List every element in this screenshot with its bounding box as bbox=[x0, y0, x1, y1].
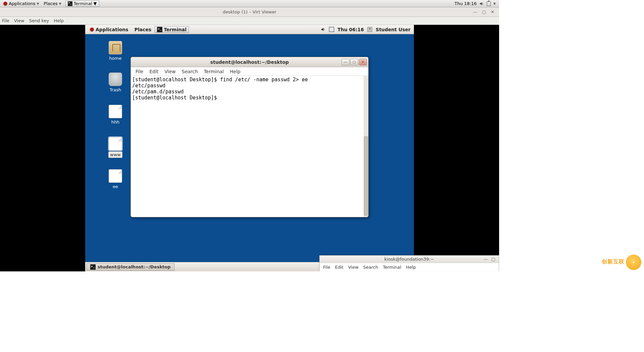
term-line: [student@localhost Desktop]$ bbox=[132, 95, 220, 101]
guest-terminal-window-button[interactable]: Terminal bbox=[155, 26, 189, 33]
guest-terminal-titlebar[interactable]: student@localhost:~/Desktop — ▢ ✕ bbox=[131, 57, 368, 67]
hterm-menu-file[interactable]: File bbox=[323, 265, 330, 270]
guest-terminal-task-label: Terminal bbox=[164, 27, 186, 32]
host-terminal-task[interactable]: Terminal ▼ bbox=[65, 1, 99, 7]
desktop-icon-hhh[interactable]: hhh bbox=[104, 105, 127, 125]
hterm-menu-terminal[interactable]: Terminal bbox=[383, 265, 401, 270]
hterm-menu-view[interactable]: View bbox=[348, 265, 359, 270]
redhat-icon bbox=[90, 28, 94, 32]
host-places-label: Places bbox=[44, 1, 57, 6]
host-terminal-window[interactable]: kiosk@foundation39:~ — ▢ File Edit View … bbox=[319, 255, 499, 271]
guest-terminal-menubar: File Edit View Search Terminal Help bbox=[131, 67, 368, 76]
maximize-button[interactable]: ▢ bbox=[350, 59, 358, 65]
file-icon bbox=[109, 169, 122, 183]
vv-menu-help[interactable]: Help bbox=[54, 18, 64, 23]
minimize-button[interactable]: — bbox=[341, 59, 350, 65]
host-terminal-titlebar[interactable]: kiosk@foundation39:~ — ▢ bbox=[320, 256, 499, 263]
guest-top-panel: Applications Places Terminal Thu 06:16 S… bbox=[85, 25, 414, 34]
guest-terminal-title: student@localhost:~/Desktop bbox=[210, 59, 289, 65]
desktop-icon-home[interactable]: home bbox=[104, 41, 127, 61]
term-menu-search[interactable]: Search bbox=[182, 69, 198, 74]
hterm-menu-search[interactable]: Search bbox=[363, 265, 378, 270]
volume-icon[interactable] bbox=[321, 27, 326, 32]
vm-display-area: Applications Places Terminal Thu 06:16 S… bbox=[0, 25, 499, 271]
host-terminal-task-label: Terminal bbox=[74, 1, 92, 6]
redhat-icon bbox=[3, 2, 7, 6]
terminal-icon bbox=[157, 27, 162, 32]
vv-menu-sendkey[interactable]: Send key bbox=[29, 18, 49, 23]
desktop-icon-label: Trash bbox=[108, 87, 122, 93]
battery-icon[interactable] bbox=[487, 1, 491, 6]
terminal-icon bbox=[68, 1, 72, 6]
chevron-down-icon: ▼ bbox=[37, 2, 39, 5]
close-button[interactable]: ✕ bbox=[359, 59, 367, 65]
host-applications-label: Applications bbox=[9, 1, 35, 6]
guest-applications-label: Applications bbox=[96, 27, 128, 32]
guest-terminal-window[interactable]: student@localhost:~/Desktop — ▢ ✕ File E… bbox=[130, 57, 369, 217]
minimize-button[interactable]: — bbox=[473, 9, 477, 14]
host-top-panel: Applications ▼ Places ▼ Terminal ▼ Thu 1… bbox=[0, 0, 499, 7]
desktop-icon-label: ee bbox=[111, 184, 119, 189]
term-menu-file[interactable]: File bbox=[136, 69, 143, 74]
host-terminal-title: kiosk@foundation39:~ bbox=[384, 257, 434, 262]
trash-icon bbox=[109, 73, 122, 86]
term-menu-view[interactable]: View bbox=[165, 69, 176, 74]
file-icon bbox=[109, 137, 122, 150]
term-menu-terminal[interactable]: Terminal bbox=[204, 69, 224, 74]
guest-user-name[interactable]: Student User bbox=[376, 27, 411, 32]
terminal-scrollbar[interactable] bbox=[364, 76, 368, 217]
virt-viewer-menubar: File View Send key Help bbox=[0, 17, 499, 25]
term-line: /etc/passwd bbox=[132, 83, 165, 89]
scrollbar-thumb[interactable] bbox=[364, 136, 368, 216]
host-places-menu[interactable]: Places ▼ bbox=[42, 0, 63, 7]
chevron-down-icon[interactable]: ▼ bbox=[493, 2, 496, 5]
hterm-menu-help[interactable]: Help bbox=[406, 265, 416, 270]
chevron-down-icon: ▼ bbox=[94, 1, 97, 6]
virt-viewer-titlebar[interactable]: desktop (1) – Virt Viewer — ▢ ✕ bbox=[0, 7, 499, 17]
file-icon bbox=[109, 105, 122, 118]
page-whitespace bbox=[0, 271, 499, 352]
page-right-margin bbox=[499, 0, 644, 352]
host-applications-menu[interactable]: Applications ▼ bbox=[1, 0, 41, 7]
user-icon bbox=[367, 27, 372, 32]
guest-places-menu[interactable]: Places bbox=[132, 26, 154, 33]
desktop-icon-trash[interactable]: Trash bbox=[104, 73, 127, 93]
watermark-text: 创新互联 bbox=[602, 258, 625, 265]
chevron-down-icon: ▼ bbox=[59, 2, 61, 5]
guest-terminal-body[interactable]: [student@localhost Desktop]$ find /etc/ … bbox=[131, 76, 368, 217]
maximize-button[interactable]: ▢ bbox=[491, 257, 495, 262]
watermark-logo-icon: ✦ bbox=[626, 255, 641, 270]
term-menu-help[interactable]: Help bbox=[230, 69, 240, 74]
desktop-icon-www[interactable]: www bbox=[104, 137, 127, 158]
desktop-icon-label: hhh bbox=[110, 119, 121, 125]
term-line: [student@localhost Desktop]$ find /etc/ … bbox=[132, 77, 308, 83]
guest-clock[interactable]: Thu 06:16 bbox=[337, 27, 364, 32]
network-icon[interactable] bbox=[329, 27, 334, 32]
host-clock[interactable]: Thu 18:16 bbox=[454, 1, 477, 6]
minimize-button[interactable]: — bbox=[484, 257, 488, 262]
guest-places-label: Places bbox=[135, 27, 152, 32]
guest-applications-menu[interactable]: Applications bbox=[87, 26, 131, 33]
maximize-button[interactable]: ▢ bbox=[482, 9, 486, 14]
guest-screen[interactable]: Applications Places Terminal Thu 06:16 S… bbox=[85, 25, 414, 271]
guest-taskbar-terminal-button[interactable]: student@localhost:~/Desktop bbox=[87, 263, 174, 271]
guest-taskbar-label: student@localhost:~/Desktop bbox=[98, 264, 171, 269]
desktop-icon-label: www bbox=[108, 151, 122, 158]
term-menu-edit[interactable]: Edit bbox=[149, 69, 158, 74]
host-terminal-menubar: File Edit View Search Terminal Help bbox=[320, 263, 499, 271]
volume-icon[interactable] bbox=[479, 1, 484, 6]
vv-menu-file[interactable]: File bbox=[2, 18, 9, 23]
vv-menu-view[interactable]: View bbox=[14, 18, 24, 23]
virt-viewer-title: desktop (1) – Virt Viewer bbox=[223, 9, 276, 14]
terminal-icon bbox=[90, 264, 96, 270]
close-button[interactable]: ✕ bbox=[491, 9, 494, 14]
desktop-icon-ee[interactable]: ee bbox=[104, 169, 127, 189]
desktop-icon-label: home bbox=[108, 55, 123, 61]
folder-home-icon bbox=[109, 41, 122, 54]
hterm-menu-edit[interactable]: Edit bbox=[335, 265, 343, 270]
term-line: /etc/pam.d/passwd bbox=[132, 89, 184, 95]
